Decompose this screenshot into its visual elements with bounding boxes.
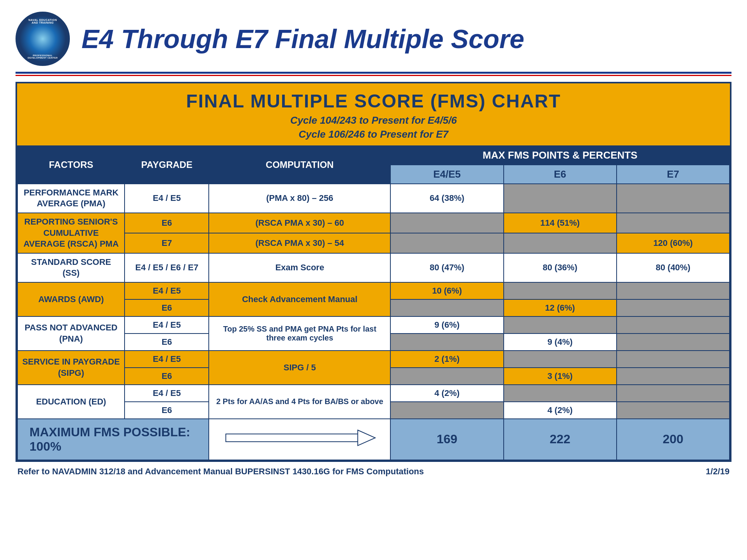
- e6-pna-e6: 9 (4%): [504, 334, 617, 351]
- paygrade-rsca-e6: E6: [125, 213, 209, 233]
- logo: NAVAL EDUCATIONAND TRAINING PROFESSIONAL…: [16, 12, 70, 66]
- fms-title-section: FINAL MULTIPLE SCORE (FMS) CHART Cycle 1…: [17, 83, 730, 145]
- table-row: AWARDS (AWD) E4 / E5 Check Advancement M…: [17, 282, 730, 299]
- fms-main-title: FINAL MULTIPLE SCORE (FMS) CHART: [25, 90, 722, 112]
- factor-rsca: REPORTING SENIOR'S CUMULATIVE AVERAGE (R…: [17, 213, 125, 253]
- paygrade-pna-e6: E6: [125, 334, 209, 351]
- fms-table: FACTORS PAYGRADE COMPUTATION MAX FMS POI…: [17, 145, 730, 460]
- paygrade-ed-e45: E4 / E5: [125, 385, 209, 402]
- e6-header: E6: [504, 165, 617, 184]
- factor-ss: STANDARD SCORE (SS): [17, 253, 125, 282]
- e7-ss: 80 (40%): [617, 253, 730, 282]
- computation-rsca-e6: (RSCA PMA x 30) – 60: [209, 213, 390, 233]
- fms-subtitle-1: Cycle 104/243 to Present for E4/5/6 Cycl…: [25, 113, 722, 142]
- e6-ss: 80 (36%): [504, 253, 617, 282]
- e4e5-pna-e45: 9 (6%): [390, 316, 503, 334]
- fms-chart-container: FINAL MULTIPLE SCORE (FMS) CHART Cycle 1…: [16, 82, 731, 462]
- page-title: E4 Through E7 Final Multiple Score: [81, 24, 524, 54]
- paygrade-sipg-e45: E4 / E5: [125, 351, 209, 368]
- paygrade-header: PAYGRADE: [125, 146, 209, 184]
- e7-header: E7: [617, 165, 730, 184]
- e6-sipg-e6: 3 (1%): [504, 368, 617, 385]
- max-fms-header: MAX FMS POINTS & PERCENTS: [390, 146, 730, 165]
- table-row: PERFORMANCE MARK AVERAGE (PMA) E4 / E5 (…: [17, 184, 730, 213]
- e7-rsca-e6: [617, 213, 730, 233]
- e6-rsca-e7: [504, 233, 617, 253]
- computation-pma: (PMA x 80) – 256: [209, 184, 390, 213]
- factor-sipg: SERVICE IN PAYGRADE (SIPG): [17, 351, 125, 385]
- bottom-note-text: Refer to NAVADMIN 312/18 and Advancement…: [17, 467, 424, 477]
- factor-pma: PERFORMANCE MARK AVERAGE (PMA): [17, 184, 125, 213]
- svg-marker-1: [358, 430, 375, 446]
- e6-rsca-e6: 114 (51%): [504, 213, 617, 233]
- computation-ss: Exam Score: [209, 253, 390, 282]
- table-row: STANDARD SCORE (SS) E4 / E5 / E6 / E7 Ex…: [17, 253, 730, 282]
- svg-rect-0: [226, 434, 358, 442]
- e7-rsca-e7: 120 (60%): [617, 233, 730, 253]
- e4e5-ss: 80 (47%): [390, 253, 503, 282]
- paygrade-pma: E4 / E5: [125, 184, 209, 213]
- e6-pma: [504, 184, 617, 213]
- e6-total: 222: [504, 419, 617, 460]
- paygrade-ed-e6: E6: [125, 402, 209, 419]
- computation-sipg: SIPG / 5: [209, 351, 390, 385]
- bottom-note-section: Refer to NAVADMIN 312/18 and Advancement…: [16, 467, 731, 477]
- e6-awards-e45: [504, 282, 617, 299]
- e4e5-rsca-e6: [390, 213, 503, 233]
- arrow-icon: [217, 428, 382, 448]
- factor-awards: AWARDS (AWD): [17, 282, 125, 316]
- table-row: EDUCATION (ED) E4 / E5 2 Pts for AA/AS a…: [17, 385, 730, 402]
- e6-ed-e45: [504, 385, 617, 402]
- dividers: [16, 72, 731, 76]
- header-section: NAVAL EDUCATIONAND TRAINING PROFESSIONAL…: [16, 8, 731, 68]
- e4e5-header: E4/E5: [390, 165, 503, 184]
- e7-pma: [617, 184, 730, 213]
- factors-header: FACTORS: [17, 146, 125, 184]
- e4e5-rsca-e7: [390, 233, 503, 253]
- paygrade-awards-e6: E6: [125, 299, 209, 316]
- e4e5-awards-e45: 10 (6%): [390, 282, 503, 299]
- e7-ed-e45: [617, 385, 730, 402]
- computation-rsca-e7: (RSCA PMA x 30) – 54: [209, 233, 390, 253]
- e6-ed-e6: 4 (2%): [504, 402, 617, 419]
- paygrade-ss: E4 / E5 / E6 / E7: [125, 253, 209, 282]
- table-row: SERVICE IN PAYGRADE (SIPG) E4 / E5 SIPG …: [17, 351, 730, 368]
- date-label: 1/2/19: [706, 467, 730, 477]
- e7-sipg-e45: [617, 351, 730, 368]
- e4e5-sipg-e45: 2 (1%): [390, 351, 503, 368]
- table-header-row-1: FACTORS PAYGRADE COMPUTATION MAX FMS POI…: [17, 146, 730, 165]
- table-row: REPORTING SENIOR'S CUMULATIVE AVERAGE (R…: [17, 213, 730, 233]
- e6-awards-e6: 12 (6%): [504, 299, 617, 316]
- factor-ed: EDUCATION (ED): [17, 385, 125, 419]
- footer-row: MAXIMUM FMS POSSIBLE: 100% 169 222 200: [17, 419, 730, 460]
- e4e5-sipg-e6: [390, 368, 503, 385]
- e4e5-awards-e6: [390, 299, 503, 316]
- e7-awards-e45: [617, 282, 730, 299]
- e4e5-pma: 64 (38%): [390, 184, 503, 213]
- logo-text-top: NAVAL EDUCATIONAND TRAINING: [28, 19, 57, 24]
- e7-total: 200: [617, 419, 730, 460]
- logo-text-bottom: PROFESSIONALDEVELOPMENT CENTER: [28, 54, 57, 59]
- e7-sipg-e6: [617, 368, 730, 385]
- paygrade-sipg-e6: E6: [125, 368, 209, 385]
- e7-pna-e6: [617, 334, 730, 351]
- computation-pna: Top 25% SS and PMA get PNA Pts for last …: [209, 316, 390, 351]
- e4e5-total: 169: [390, 419, 503, 460]
- e4e5-ed-e6: [390, 402, 503, 419]
- e7-ed-e6: [617, 402, 730, 419]
- e4e5-pna-e6: [390, 334, 503, 351]
- e4e5-ed-e45: 4 (2%): [390, 385, 503, 402]
- e7-pna-e45: [617, 316, 730, 334]
- max-fms-label: MAXIMUM FMS POSSIBLE: 100%: [17, 419, 209, 460]
- e7-awards-e6: [617, 299, 730, 316]
- e6-pna-e45: [504, 316, 617, 334]
- computation-ed: 2 Pts for AA/AS and 4 Pts for BA/BS or a…: [209, 385, 390, 419]
- paygrade-pna-e45: E4 / E5: [125, 316, 209, 334]
- e6-sipg-e45: [504, 351, 617, 368]
- paygrade-awards-e45: E4 / E5: [125, 282, 209, 299]
- paygrade-rsca-e7: E7: [125, 233, 209, 253]
- factor-pna: PASS NOT ADVANCED (PNA): [17, 316, 125, 351]
- computation-header: COMPUTATION: [209, 146, 390, 184]
- arrow-cell: [209, 419, 390, 460]
- table-row: PASS NOT ADVANCED (PNA) E4 / E5 Top 25% …: [17, 316, 730, 334]
